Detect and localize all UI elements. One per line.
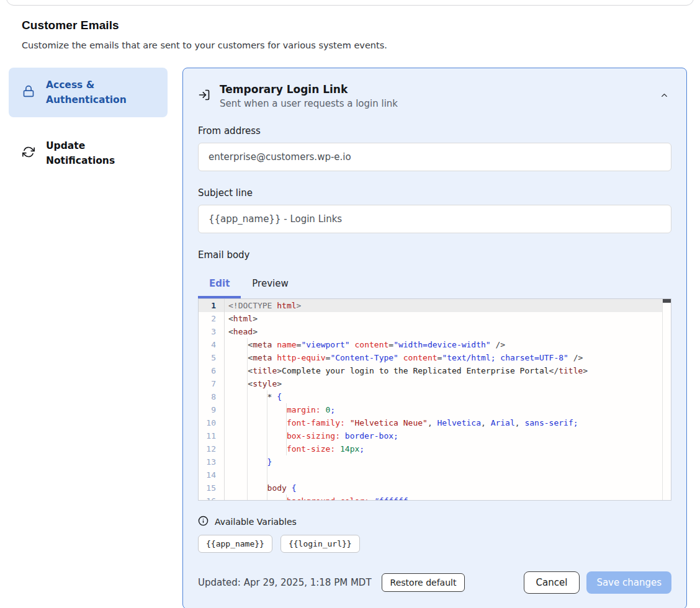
line-number: 4 bbox=[199, 338, 225, 351]
code-line: 2<html> bbox=[199, 312, 671, 325]
line-number: 13 bbox=[199, 455, 225, 468]
from-address-label: From address bbox=[198, 125, 671, 136]
code-line: 13} bbox=[199, 455, 671, 468]
from-address-input[interactable] bbox=[198, 143, 671, 171]
line-number: 14 bbox=[199, 468, 225, 481]
variable-chips: {{app_name}}{{login_url}} bbox=[198, 535, 671, 553]
line-number: 2 bbox=[199, 312, 225, 325]
subject-line-input[interactable] bbox=[198, 205, 671, 233]
line-number: 3 bbox=[199, 325, 225, 338]
refresh-icon bbox=[22, 146, 35, 161]
page-description: Customize the emails that are sent to yo… bbox=[22, 40, 678, 50]
code-line: 8* { bbox=[199, 390, 671, 403]
sidebar-item-access-authentication[interactable]: Access & Authentication bbox=[9, 68, 168, 117]
line-number: 1 bbox=[199, 299, 225, 312]
code-line: 11box-sizing: border-box; bbox=[199, 429, 671, 442]
code-line: 3<head> bbox=[199, 325, 671, 338]
page-title: Customer Emails bbox=[22, 19, 678, 32]
line-number: 10 bbox=[199, 416, 225, 429]
code-line: 10font-family: "Helvetica Neue", Helveti… bbox=[199, 416, 671, 429]
info-icon bbox=[198, 516, 209, 528]
line-number: 5 bbox=[199, 351, 225, 364]
chevron-up-icon bbox=[660, 92, 669, 102]
variable-chip[interactable]: {{app_name}} bbox=[198, 535, 272, 553]
temporary-login-link-panel: Temporary Login Link Sent when a user re… bbox=[182, 68, 687, 608]
variable-chip[interactable]: {{login_url}} bbox=[280, 535, 360, 553]
email-body-label: Email body bbox=[198, 249, 671, 261]
code-editor[interactable]: 1<!DOCTYPE html>2<html>3<head>4<meta nam… bbox=[198, 298, 671, 501]
lock-icon bbox=[22, 85, 35, 100]
sidebar-item-update-notifications[interactable]: Update Notifications bbox=[9, 128, 168, 178]
line-number: 15 bbox=[199, 481, 225, 494]
save-changes-button[interactable]: Save changes bbox=[586, 571, 671, 594]
updated-timestamp: Updated: Apr 29, 2025, 1:18 PM MDT bbox=[198, 577, 372, 588]
code-line: 15body { bbox=[199, 481, 671, 494]
code-line: 16background-color: #ffffff; bbox=[199, 494, 671, 501]
email-types-sidebar: Access & Authentication Update Notificat… bbox=[9, 68, 168, 178]
cancel-button[interactable]: Cancel bbox=[524, 571, 580, 594]
line-number: 12 bbox=[199, 442, 225, 455]
tab-preview[interactable]: Preview bbox=[241, 275, 299, 298]
line-number: 6 bbox=[199, 364, 225, 377]
code-lines: 1<!DOCTYPE html>2<html>3<head>4<meta nam… bbox=[199, 299, 671, 501]
editor-scrollbar[interactable] bbox=[662, 299, 671, 500]
restore-default-button[interactable]: Restore default bbox=[382, 573, 465, 592]
line-number: 8 bbox=[199, 390, 225, 403]
code-line: 7<style> bbox=[199, 377, 671, 390]
code-line: 5<meta http-equiv="Content-Type" content… bbox=[199, 351, 671, 364]
tab-edit[interactable]: Edit bbox=[198, 275, 241, 298]
panel-title: Temporary Login Link bbox=[220, 83, 648, 96]
code-line: 1<!DOCTYPE html> bbox=[199, 299, 671, 312]
sidebar-item-label: Access & Authentication bbox=[46, 78, 156, 107]
code-line: 14 bbox=[199, 468, 671, 481]
panel-header[interactable]: Temporary Login Link Sent when a user re… bbox=[198, 83, 671, 109]
line-number: 7 bbox=[199, 377, 225, 390]
email-body-tabs: Edit Preview bbox=[198, 275, 671, 298]
page-header: Customer Emails Customize the emails tha… bbox=[0, 0, 700, 50]
previous-card-edge bbox=[6, 0, 694, 6]
collapse-button[interactable] bbox=[657, 88, 671, 104]
code-line: 9margin: 0; bbox=[199, 403, 671, 416]
code-line: 6<title>Complete your login to the Repli… bbox=[199, 364, 671, 377]
code-line: 12font-size: 14px; bbox=[199, 442, 671, 455]
sidebar-item-label: Update Notifications bbox=[46, 138, 156, 168]
log-in-icon bbox=[198, 89, 210, 104]
available-variables-label: Available Variables bbox=[215, 517, 297, 527]
line-number: 9 bbox=[199, 403, 225, 416]
line-number: 11 bbox=[199, 429, 225, 442]
scrollbar-thumb[interactable] bbox=[663, 299, 671, 303]
panel-footer: Updated: Apr 29, 2025, 1:18 PM MDT Resto… bbox=[198, 571, 671, 594]
code-line: 4<meta name="viewport" content="width=de… bbox=[199, 338, 671, 351]
line-number: 16 bbox=[199, 494, 225, 501]
panel-subtitle: Sent when a user requests a login link bbox=[220, 98, 648, 109]
subject-line-label: Subject line bbox=[198, 187, 671, 199]
